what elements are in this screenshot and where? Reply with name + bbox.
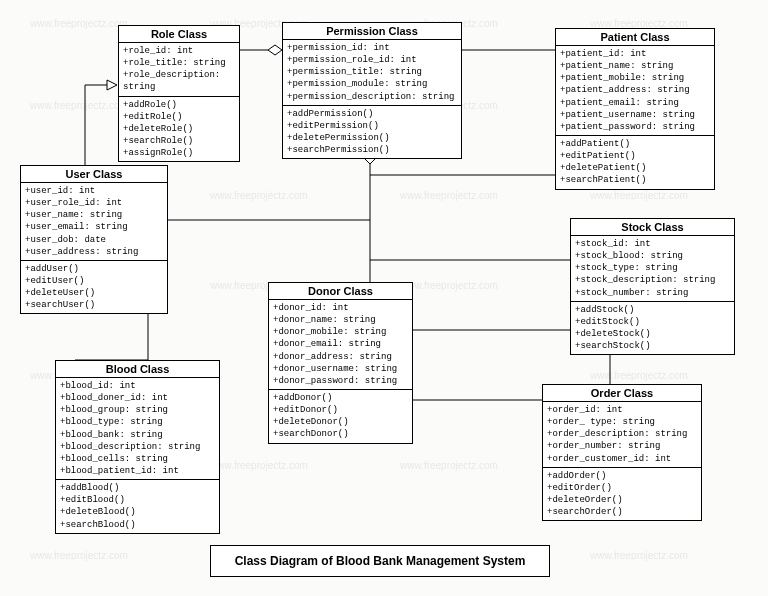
member-line: +searchUser() [25,299,163,311]
member-line: +searchBlood() [60,519,215,531]
watermark: www.freeprojectz.com [400,280,498,291]
member-line: +deleteStock() [575,328,730,340]
diagram-caption: Class Diagram of Blood Bank Management S… [210,545,550,577]
member-line: +permission_title: string [287,66,457,78]
member-line: +searchDonor() [273,428,408,440]
member-line: +editOrder() [547,482,697,494]
class-title: Donor Class [269,283,412,300]
watermark: www.freeprojectz.com [30,100,128,111]
member-line: +blood_doner_id: int [60,392,215,404]
member-line: +blood_bank: string [60,429,215,441]
member-line: +user_role_id: int [25,197,163,209]
class-patient: Patient Class +patient_id: int+patient_n… [555,28,715,190]
attr-section: +role_id: int+role_title: string+role_de… [119,43,239,97]
member-line: +stock_description: string [575,274,730,286]
member-line: +searchRole() [123,135,235,147]
member-line: +role_title: string [123,57,235,69]
class-order: Order Class +order_id: int+order_ type: … [542,384,702,521]
member-line: +addPermission() [287,108,457,120]
member-line: +addBlood() [60,482,215,494]
member-line: +donor_mobile: string [273,326,408,338]
op-section: +addUser()+editUser()+deleteUser()+searc… [21,261,167,314]
op-section: +addStock()+editStock()+deleteStock()+se… [571,302,734,355]
member-line: +order_number: string [547,440,697,452]
member-line: +permission_module: string [287,78,457,90]
member-line: +editDonor() [273,404,408,416]
member-line: +deleteUser() [25,287,163,299]
member-line: +patient_address: string [560,84,710,96]
member-line: +role_description: string [123,69,235,93]
watermark: www.freeprojectz.com [400,190,498,201]
attr-section: +permission_id: int+permission_role_id: … [283,40,461,106]
svg-marker-4 [268,45,282,55]
member-line: +blood_description: string [60,441,215,453]
member-line: +permission_description: string [287,91,457,103]
member-line: +blood_group: string [60,404,215,416]
member-line: +patient_email: string [560,97,710,109]
member-line: +donor_id: int [273,302,408,314]
member-line: +patient_mobile: string [560,72,710,84]
class-donor: Donor Class +donor_id: int+donor_name: s… [268,282,413,444]
watermark: www.freeprojectz.com [30,18,128,29]
watermark: www.freeprojectz.com [30,550,128,561]
member-line: +deleteDonor() [273,416,408,428]
attr-section: +blood_id: int+blood_doner_id: int+blood… [56,378,219,480]
class-title: Role Class [119,26,239,43]
member-line: +user_dob: date [25,234,163,246]
class-title: Patient Class [556,29,714,46]
watermark: www.freeprojectz.com [400,460,498,471]
attr-section: +stock_id: int+stock_blood: string+stock… [571,236,734,302]
class-stock: Stock Class +stock_id: int+stock_blood: … [570,218,735,355]
svg-marker-2 [107,80,117,90]
member-line: +searchStock() [575,340,730,352]
class-permission: Permission Class +permission_id: int+per… [282,22,462,159]
member-line: +patient_password: string [560,121,710,133]
watermark: www.freeprojectz.com [210,190,308,201]
member-line: +deletePatient() [560,162,710,174]
op-section: +addRole()+editRole()+deleteRole()+searc… [119,97,239,162]
member-line: +patient_name: string [560,60,710,72]
member-line: +editRole() [123,111,235,123]
member-line: +role_id: int [123,45,235,57]
member-line: +blood_type: string [60,416,215,428]
member-line: +donor_name: string [273,314,408,326]
member-line: +user_email: string [25,221,163,233]
class-title: Permission Class [283,23,461,40]
attr-section: +user_id: int+user_role_id: int+user_nam… [21,183,167,261]
watermark: www.freeprojectz.com [590,190,688,201]
op-section: +addPatient()+editPatient()+deletePatien… [556,136,714,189]
member-line: +user_id: int [25,185,163,197]
member-line: +donor_username: string [273,363,408,375]
member-line: +donor_password: string [273,375,408,387]
member-line: +addPatient() [560,138,710,150]
member-line: +searchPatient() [560,174,710,186]
member-line: +permission_role_id: int [287,54,457,66]
member-line: +order_id: int [547,404,697,416]
member-line: +editPermission() [287,120,457,132]
member-line: +editPatient() [560,150,710,162]
member-line: +order_ type: string [547,416,697,428]
member-line: +blood_id: int [60,380,215,392]
member-line: +order_customer_id: int [547,453,697,465]
member-line: +patient_id: int [560,48,710,60]
member-line: +addStock() [575,304,730,316]
attr-section: +donor_id: int+donor_name: string+donor_… [269,300,412,390]
member-line: +deletePermission() [287,132,457,144]
member-line: +searchOrder() [547,506,697,518]
class-title: User Class [21,166,167,183]
member-line: +user_address: string [25,246,163,258]
member-line: +addUser() [25,263,163,275]
member-line: +blood_patient_id: int [60,465,215,477]
member-line: +editUser() [25,275,163,287]
watermark: www.freeprojectz.com [210,460,308,471]
member-line: +donor_email: string [273,338,408,350]
member-line: +addDonor() [273,392,408,404]
watermark: www.freeprojectz.com [590,550,688,561]
watermark: www.freeprojectz.com [590,370,688,381]
member-line: +addRole() [123,99,235,111]
member-line: +addOrder() [547,470,697,482]
member-line: +donor_address: string [273,351,408,363]
member-line: +deleteOrder() [547,494,697,506]
attr-section: +order_id: int+order_ type: string+order… [543,402,701,468]
member-line: +deleteBlood() [60,506,215,518]
